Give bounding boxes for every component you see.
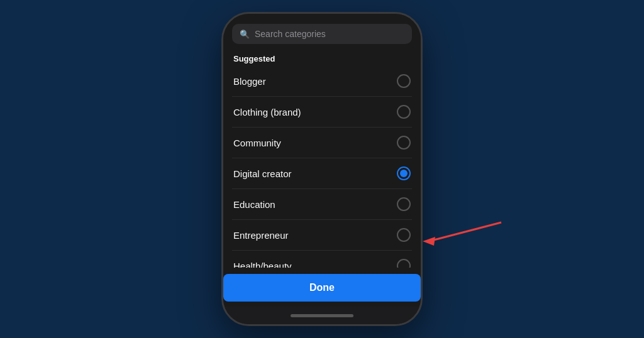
radio-entrepreneur[interactable] (397, 228, 411, 242)
category-item-community[interactable]: Community (232, 128, 412, 158)
category-label-digital-creator: Digital creator (233, 168, 292, 179)
category-item-blogger[interactable]: Blogger (232, 66, 412, 97)
radio-education[interactable] (397, 197, 411, 211)
category-label-blogger: Blogger (233, 76, 266, 87)
category-item-entrepreneur[interactable]: Entrepreneur (232, 220, 412, 251)
category-label-community: Community (233, 138, 281, 148)
screen-content: 🔍 Search categories Suggested BloggerClo… (223, 14, 421, 268)
radio-community[interactable] (397, 136, 411, 150)
category-item-clothing-brand[interactable]: Clothing (brand) (232, 97, 412, 128)
home-indicator (291, 314, 353, 317)
category-label-education: Education (233, 199, 275, 210)
search-bar[interactable]: 🔍 Search categories (232, 24, 412, 44)
arrow-annotation (416, 213, 504, 251)
radio-clothing-brand[interactable] (397, 105, 411, 119)
svg-line-0 (429, 222, 501, 241)
category-label-clothing-brand: Clothing (brand) (233, 107, 301, 117)
category-item-health-beauty[interactable]: Health/beauty (232, 251, 412, 268)
section-label: Suggested (232, 54, 412, 63)
done-button[interactable]: Done (223, 274, 421, 302)
category-item-education[interactable]: Education (232, 189, 412, 220)
phone-device: 🔍 Search categories Suggested BloggerClo… (221, 12, 423, 326)
search-input-placeholder: Search categories (255, 29, 326, 39)
phone-wrapper: 🔍 Search categories Suggested BloggerClo… (221, 12, 423, 326)
category-list: BloggerClothing (brand)CommunityDigital … (232, 66, 412, 268)
home-indicator-bar (223, 307, 421, 324)
category-item-digital-creator[interactable]: Digital creator (232, 158, 412, 189)
search-icon: 🔍 (240, 30, 250, 39)
category-label-health-beauty: Health/beauty (233, 261, 292, 268)
phone-inner: 🔍 Search categories Suggested BloggerClo… (223, 14, 421, 324)
svg-marker-1 (423, 237, 435, 246)
category-label-entrepreneur: Entrepreneur (233, 230, 289, 241)
done-btn-container: Done (223, 268, 421, 307)
radio-blogger[interactable] (397, 74, 411, 88)
radio-health-beauty[interactable] (397, 259, 411, 268)
radio-digital-creator[interactable] (397, 166, 411, 180)
